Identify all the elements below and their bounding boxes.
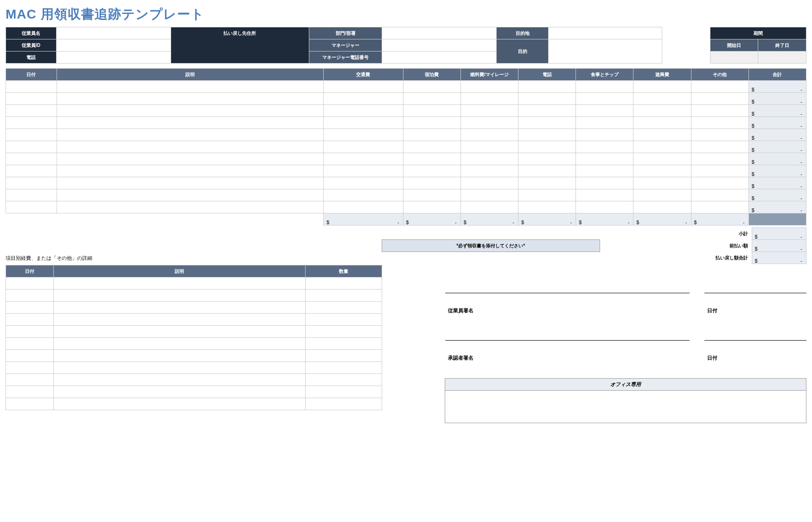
expense-cell[interactable] [518, 165, 575, 177]
expense-cell[interactable] [518, 141, 575, 153]
itemized-cell[interactable] [6, 326, 54, 338]
itemized-cell[interactable] [53, 326, 305, 338]
expense-cell[interactable] [518, 81, 575, 93]
expense-cell[interactable] [633, 165, 691, 177]
itemized-cell[interactable] [53, 290, 305, 302]
expense-cell[interactable] [460, 129, 518, 141]
input-dept[interactable] [382, 27, 497, 39]
expense-cell[interactable] [691, 177, 748, 189]
expense-cell[interactable] [403, 81, 460, 93]
itemized-cell[interactable] [306, 326, 382, 338]
expense-cell[interactable] [6, 141, 57, 153]
expense-cell[interactable] [576, 129, 633, 141]
employee-signature-line[interactable] [445, 293, 690, 305]
expense-cell[interactable] [518, 153, 575, 165]
itemized-cell[interactable] [306, 277, 382, 290]
expense-cell[interactable] [576, 177, 633, 189]
expense-cell[interactable] [323, 141, 403, 153]
expense-cell[interactable] [403, 105, 460, 117]
expense-cell[interactable] [6, 93, 57, 105]
expense-cell[interactable] [633, 129, 691, 141]
expense-cell[interactable] [691, 165, 748, 177]
expense-cell[interactable] [576, 105, 633, 117]
expense-cell[interactable] [6, 81, 57, 93]
expense-cell[interactable] [323, 129, 403, 141]
expense-cell[interactable] [403, 177, 460, 189]
itemized-cell[interactable] [6, 338, 54, 350]
expense-cell[interactable] [460, 141, 518, 153]
expense-cell[interactable] [633, 117, 691, 129]
expense-cell[interactable] [460, 153, 518, 165]
itemized-cell[interactable] [306, 314, 382, 326]
itemized-cell[interactable] [6, 302, 54, 314]
expense-cell[interactable] [460, 201, 518, 213]
itemized-cell[interactable] [53, 386, 305, 398]
expense-cell[interactable] [518, 201, 575, 213]
expense-cell[interactable] [403, 201, 460, 213]
expense-cell[interactable] [6, 153, 57, 165]
expense-cell[interactable] [6, 105, 57, 117]
expense-cell[interactable] [403, 165, 460, 177]
approver-date-line[interactable] [704, 340, 806, 352]
expense-cell[interactable] [403, 141, 460, 153]
input-manager-phone[interactable] [382, 52, 497, 64]
expense-cell[interactable] [691, 153, 748, 165]
input-start-date[interactable] [710, 52, 758, 64]
expense-cell[interactable] [57, 177, 323, 189]
expense-cell[interactable] [323, 105, 403, 117]
expense-cell[interactable] [518, 117, 575, 129]
value-advance[interactable]: $- [752, 240, 806, 252]
expense-cell[interactable] [691, 189, 748, 201]
expense-cell[interactable] [518, 105, 575, 117]
itemized-cell[interactable] [53, 338, 305, 350]
expense-cell[interactable] [460, 177, 518, 189]
input-end-date[interactable] [758, 52, 806, 64]
itemized-cell[interactable] [6, 350, 54, 362]
expense-cell[interactable] [576, 117, 633, 129]
expense-cell[interactable] [576, 93, 633, 105]
office-only-box[interactable] [445, 390, 806, 423]
expense-cell[interactable] [691, 93, 748, 105]
itemized-cell[interactable] [53, 277, 305, 290]
expense-cell[interactable] [57, 153, 323, 165]
itemized-cell[interactable] [6, 277, 54, 290]
expense-cell[interactable] [633, 177, 691, 189]
expense-cell[interactable] [403, 189, 460, 201]
input-employee-id[interactable] [56, 39, 171, 52]
expense-cell[interactable] [633, 93, 691, 105]
itemized-cell[interactable] [53, 362, 305, 374]
expense-cell[interactable] [460, 117, 518, 129]
itemized-cell[interactable] [6, 374, 54, 386]
expense-cell[interactable] [633, 141, 691, 153]
expense-cell[interactable] [633, 189, 691, 201]
expense-cell[interactable] [6, 201, 57, 213]
expense-cell[interactable] [633, 201, 691, 213]
expense-cell[interactable] [633, 153, 691, 165]
itemized-cell[interactable] [53, 374, 305, 386]
expense-cell[interactable] [6, 165, 57, 177]
employee-date-line[interactable] [704, 293, 806, 305]
itemized-cell[interactable] [6, 362, 54, 374]
expense-cell[interactable] [691, 129, 748, 141]
expense-cell[interactable] [323, 189, 403, 201]
expense-cell[interactable] [6, 189, 57, 201]
expense-cell[interactable] [518, 177, 575, 189]
input-phone[interactable] [56, 52, 171, 64]
expense-cell[interactable] [460, 165, 518, 177]
expense-cell[interactable] [403, 129, 460, 141]
input-purpose[interactable] [549, 39, 662, 64]
expense-cell[interactable] [57, 105, 323, 117]
expense-cell[interactable] [576, 165, 633, 177]
expense-cell[interactable] [576, 201, 633, 213]
expense-cell[interactable] [323, 153, 403, 165]
expense-cell[interactable] [57, 189, 323, 201]
expense-cell[interactable] [691, 117, 748, 129]
expense-cell[interactable] [460, 81, 518, 93]
input-destination[interactable] [549, 27, 662, 39]
expense-cell[interactable] [691, 201, 748, 213]
expense-cell[interactable] [576, 189, 633, 201]
approver-signature-line[interactable] [445, 340, 690, 352]
expense-cell[interactable] [323, 165, 403, 177]
expense-cell[interactable] [57, 165, 323, 177]
itemized-cell[interactable] [306, 362, 382, 374]
